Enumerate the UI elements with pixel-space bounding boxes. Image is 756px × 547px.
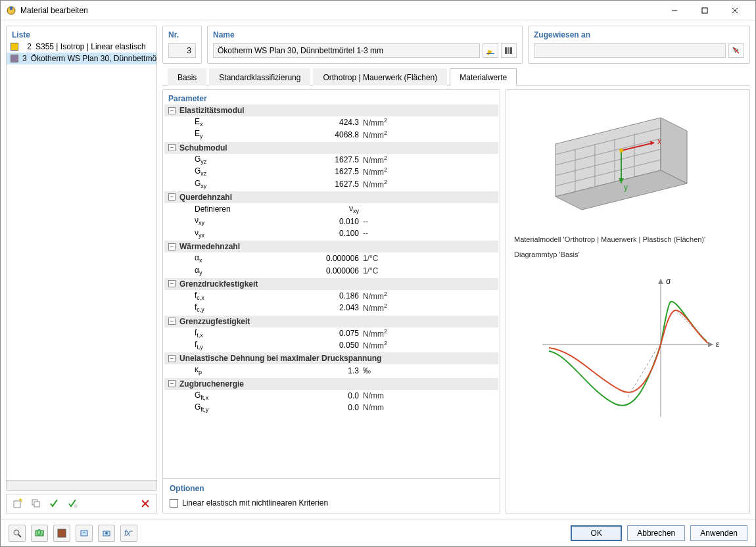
cancel-button[interactable]: Abbrechen (627, 525, 685, 541)
param-value[interactable]: 1627.5 (291, 167, 363, 176)
options-title: Optionen (170, 484, 493, 493)
svg-rect-12 (486, 53, 494, 54)
linear-elastic-checkbox[interactable]: Linear elastisch mit nichtlinearen Krite… (170, 498, 493, 508)
collapse-icon[interactable]: − (168, 280, 176, 287)
new-item-icon[interactable] (11, 496, 25, 511)
material-list[interactable]: 2S355 | Isotrop | Linear elastisch3Ökoth… (7, 41, 156, 480)
param-value[interactable]: 0.000006 (291, 266, 363, 275)
collapse-icon[interactable]: − (168, 107, 176, 114)
assigned-panel: Zugewiesen an (528, 26, 750, 64)
assigned-field[interactable] (534, 43, 726, 58)
param-row[interactable]: Gft,x0.0N/mm (164, 390, 498, 402)
param-group-header[interactable]: −Wärmedehnzahl (164, 241, 498, 252)
name-panel: Name Ökotherm WS Plan 30, Dünnbettmörtel… (207, 26, 523, 64)
name-field[interactable]: Ökotherm WS Plan 30, Dünnbettmörtel 1-3 … (213, 43, 480, 58)
param-name: ft,x (192, 328, 291, 339)
titlebar: Material bearbeiten (1, 1, 755, 20)
library-icon[interactable] (501, 43, 517, 58)
list-hscrollbar[interactable] (7, 480, 156, 490)
param-row[interactable]: νxy0.010-- (164, 215, 498, 227)
param-value[interactable]: 2.043 (291, 303, 363, 312)
param-unit: -- (363, 229, 415, 238)
param-name: Gxy (192, 179, 291, 189)
param-value[interactable]: 1627.5 (291, 179, 363, 189)
param-value[interactable]: 0.000006 (291, 254, 363, 263)
svg-point-34 (619, 149, 623, 153)
param-unit: N/mm2 (363, 117, 415, 128)
param-value[interactable]: 0.075 (291, 329, 363, 338)
param-value[interactable]: 0.186 (291, 291, 363, 300)
param-value[interactable]: νxy (291, 204, 363, 214)
param-row[interactable]: Ex424.3N/mm2 (164, 116, 498, 128)
param-value[interactable]: 0.100 (291, 229, 363, 238)
check-a-icon[interactable] (47, 496, 62, 511)
parameter-tree[interactable]: −ElastizitätsmodulEx424.3N/mm2Ey4068.8N/… (163, 105, 500, 478)
param-row[interactable]: Definierenνxy (164, 203, 498, 215)
collapse-icon[interactable]: − (168, 243, 176, 250)
tool-fx-icon[interactable]: fx (120, 525, 137, 542)
check-b-icon[interactable] (66, 496, 80, 511)
nr-panel: Nr. 3 (162, 26, 202, 64)
edit-name-icon[interactable] (483, 43, 498, 58)
tool-view-icon[interactable] (98, 525, 115, 542)
tab-materialwerte[interactable]: Materialwerte (450, 68, 517, 85)
param-row[interactable]: αx0.0000061/°C (164, 252, 498, 264)
list-title: Liste (7, 26, 156, 41)
tab-standardklassifizierung[interactable]: Standardklassifizierung (209, 68, 310, 85)
tool-units-icon[interactable]: 0,00 (31, 525, 48, 542)
param-group-header[interactable]: −Schubmodul (164, 142, 498, 154)
param-row[interactable]: Ey4068.8N/mm2 (164, 128, 498, 140)
collapse-icon[interactable]: − (168, 193, 176, 201)
param-group-header[interactable]: −Grenzzugfestigkeit (164, 316, 498, 327)
tab-orthotrop-mauerwerk-fl-chen-[interactable]: Orthotrop | Mauerwerk (Flächen) (313, 68, 447, 85)
maximize-button[interactable] (690, 1, 720, 20)
param-row[interactable]: Gft,y0.0N/mm (164, 402, 498, 414)
svg-text:x: x (657, 137, 661, 146)
copy-item-icon[interactable] (29, 496, 43, 511)
param-row[interactable]: Gxz1627.5N/mm2 (164, 166, 498, 178)
param-group-header[interactable]: −Querdehnzahl (164, 191, 498, 203)
param-row[interactable]: νyx0.100-- (164, 227, 498, 239)
param-row[interactable]: fc,y2.043N/mm2 (164, 302, 498, 314)
ok-button[interactable]: OK (571, 525, 622, 541)
tool-zoom-icon[interactable] (9, 525, 26, 542)
param-unit: N/mm (363, 403, 415, 412)
param-row[interactable]: ft,x0.075N/mm2 (164, 327, 498, 339)
param-value[interactable]: 424.3 (291, 118, 363, 127)
list-item[interactable]: 3Ökotherm WS Plan 30, Dünnbettmörtel 1-3… (7, 53, 156, 64)
param-value[interactable]: 1627.5 (291, 155, 363, 164)
param-name: νxy (192, 216, 291, 226)
param-value[interactable]: 0.010 (291, 217, 363, 226)
list-item[interactable]: 2S355 | Isotrop | Linear elastisch (7, 41, 156, 53)
param-group-header[interactable]: −Grenzdruckfestigkeit (164, 278, 498, 290)
param-row[interactable]: Gyz1627.5N/mm2 (164, 154, 498, 166)
param-row[interactable]: κp1.3‰ (164, 364, 498, 376)
collapse-icon[interactable]: − (168, 318, 176, 325)
tool-sync-icon[interactable] (76, 525, 93, 542)
param-value[interactable]: 0.050 (291, 341, 363, 350)
param-group-header[interactable]: −Elastizitätsmodul (164, 105, 498, 116)
param-row[interactable]: fc,x0.186N/mm2 (164, 290, 498, 302)
param-group-header[interactable]: −Unelastische Dehnung bei maximaler Druc… (164, 352, 498, 364)
collapse-icon[interactable]: − (168, 380, 176, 387)
param-value[interactable]: 4068.8 (291, 130, 363, 139)
collapse-icon[interactable]: − (168, 144, 176, 151)
delete-icon[interactable] (138, 496, 153, 511)
param-row[interactable]: αy0.0000061/°C (164, 265, 498, 277)
minimize-button[interactable] (659, 1, 690, 20)
close-button[interactable] (720, 1, 750, 20)
param-row[interactable]: ft,y0.050N/mm2 (164, 339, 498, 351)
apply-button[interactable]: Anwenden (690, 525, 747, 541)
pick-assigned-icon[interactable] (728, 43, 744, 58)
param-value[interactable]: 1.3 (291, 366, 363, 375)
collapse-icon[interactable]: − (168, 355, 176, 362)
param-unit: N/mm2 (363, 179, 415, 189)
param-row[interactable]: Gxy1627.5N/mm2 (164, 178, 498, 190)
param-group-header[interactable]: −Zugbruchenergie (164, 378, 498, 390)
tab-basis[interactable]: Basis (168, 68, 206, 85)
tool-color-icon[interactable] (53, 525, 70, 542)
param-value[interactable]: 0.0 (291, 403, 363, 412)
nr-field[interactable]: 3 (168, 43, 196, 58)
param-unit: N/mm (363, 391, 415, 400)
param-value[interactable]: 0.0 (291, 391, 363, 400)
